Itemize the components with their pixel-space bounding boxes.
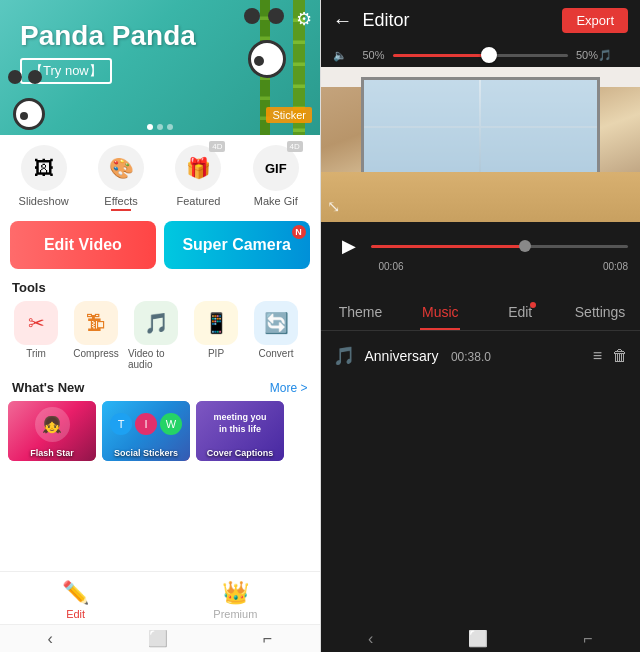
featured-label: Featured [176, 195, 220, 207]
export-button[interactable]: Export [562, 8, 628, 33]
edit-tab-dot [530, 302, 536, 308]
volume-right-value: 50% [576, 49, 598, 61]
window-pane [364, 128, 480, 174]
playback-row: ▶ 00:06 00:08 [321, 222, 641, 266]
volume-left-value: 50% [363, 49, 385, 61]
volume-slider[interactable] [393, 45, 568, 65]
banner-dots [147, 124, 173, 130]
system-bar-left: ‹ ⬜ ⌐ [0, 624, 320, 652]
more-link[interactable]: More > [270, 381, 308, 395]
editor-back-button[interactable]: ← [333, 9, 353, 32]
music-duration: 00:38.0 [451, 350, 491, 364]
audio-label: Video to audio [128, 348, 184, 370]
gif-badge: 4D [287, 141, 303, 152]
quick-item-effects[interactable]: 🎨 Effects [86, 145, 156, 211]
tool-trim[interactable]: ✂ Trim [8, 301, 64, 370]
effects-icon-wrap: 🎨 [98, 145, 144, 191]
timeline[interactable]: 00:06 00:08 [371, 236, 629, 256]
room-floor [321, 172, 641, 222]
panda-right [240, 8, 295, 78]
whats-new-header: What's New More > [0, 376, 320, 399]
banner: ⚙ Panda Panda 【Try now】 Sticker [0, 0, 320, 135]
editor-title: Editor [363, 10, 563, 31]
fullscreen-icon[interactable]: ⤡ [327, 197, 340, 216]
system-bar-right: ‹ ⬜ ⌐ [321, 625, 641, 652]
window-pane [481, 128, 597, 174]
settings-icon[interactable]: ⚙ [296, 8, 312, 30]
thumb-flash-star[interactable]: 👧 Flash Star [8, 401, 96, 461]
music-note-icon: 🎵 [333, 345, 355, 367]
recent-button-right[interactable]: ⌐ [583, 630, 592, 648]
tab-theme[interactable]: Theme [321, 294, 401, 330]
edit-nav-label: Edit [66, 608, 85, 620]
new-badge: N [292, 225, 306, 239]
spacer [321, 266, 641, 286]
play-button[interactable]: ▶ [333, 230, 365, 262]
volume-right-icon: 🎵 [598, 49, 628, 62]
music-item[interactable]: 🎵 Anniversary 00:38.0 ≡ 🗑 [321, 335, 641, 377]
tab-edit[interactable]: Edit [480, 294, 560, 330]
volume-thumb[interactable] [481, 47, 497, 63]
featured-icon: 🎁 [186, 156, 211, 180]
tool-compress[interactable]: 🗜 Compress [68, 301, 124, 370]
banner-sticker[interactable]: Sticker [266, 107, 312, 123]
gif-icon-wrap: GIF 4D [253, 145, 299, 191]
panda-left [8, 70, 58, 130]
tab-music[interactable]: Music [400, 294, 480, 330]
recent-button-left[interactable]: ⌐ [263, 630, 272, 648]
volume-row: 🔈 50% 50% 🎵 [321, 41, 641, 67]
music-name: Anniversary [365, 348, 439, 364]
tool-convert[interactable]: 🔄 Convert [248, 301, 304, 370]
super-camera-button[interactable]: Super Camera N [164, 221, 310, 269]
editor-header: ← Editor Export [321, 0, 641, 41]
thumb-cover-label: Cover Captions [196, 448, 284, 458]
timeline-thumb[interactable] [519, 240, 531, 252]
banner-title: Panda Panda [20, 20, 196, 52]
slideshow-label: Slideshow [19, 195, 69, 207]
tab-settings[interactable]: Settings [560, 294, 640, 330]
music-delete-icon[interactable]: 🗑 [612, 347, 628, 365]
back-button-right[interactable]: ‹ [368, 630, 373, 648]
convert-icon: 🔄 [254, 301, 298, 345]
quick-item-slideshow[interactable]: 🖼 Slideshow [9, 145, 79, 211]
featured-icon-wrap: 🎁 4D [175, 145, 221, 191]
pip-icon: 📱 [194, 301, 238, 345]
tools-title: Tools [0, 274, 320, 299]
effects-label: Effects [104, 195, 137, 207]
home-button-right[interactable]: ⬜ [468, 629, 488, 648]
video-preview: ⤡ [321, 67, 641, 222]
time-end: 00:08 [603, 261, 628, 272]
music-list-icon[interactable]: ≡ [593, 347, 602, 365]
featured-badge: 4D [209, 141, 225, 152]
window-pane [364, 80, 480, 126]
slideshow-icon: 🖼 [34, 157, 54, 180]
gif-label: Make Gif [254, 195, 298, 207]
premium-nav-icon: 👑 [222, 580, 249, 606]
effects-icon: 🎨 [109, 156, 134, 180]
music-info: Anniversary 00:38.0 [365, 347, 593, 365]
premium-nav-label: Premium [213, 608, 257, 620]
compress-icon: 🗜 [74, 301, 118, 345]
thumb-social-label: Social Stickers [102, 448, 190, 458]
home-button-left[interactable]: ⬜ [148, 629, 168, 648]
edit-video-button[interactable]: Edit Video [10, 221, 156, 269]
back-button-left[interactable]: ‹ [47, 630, 52, 648]
bottom-nav: ✏️ Edit 👑 Premium [0, 571, 320, 624]
slideshow-icon-wrap: 🖼 [21, 145, 67, 191]
thumb-flash-label: Flash Star [8, 448, 96, 458]
edit-row: Edit Video Super Camera N [0, 216, 320, 274]
thumb-social-stickers[interactable]: T I W Social Stickers [102, 401, 190, 461]
music-actions: ≡ 🗑 [593, 347, 628, 365]
tool-video-audio[interactable]: 🎵 Video to audio [128, 301, 184, 370]
thumb-cover-captions[interactable]: meeting youin this life Cover Captions [196, 401, 284, 461]
quick-item-gif[interactable]: GIF 4D Make Gif [241, 145, 311, 211]
gif-icon: GIF [265, 161, 287, 176]
quick-item-featured[interactable]: 🎁 4D Featured [163, 145, 233, 211]
tool-pip[interactable]: 📱 PIP [188, 301, 244, 370]
nav-premium[interactable]: 👑 Premium [193, 578, 277, 622]
editor-tabs: Theme Music Edit Settings [321, 294, 641, 331]
nav-edit[interactable]: ✏️ Edit [42, 578, 109, 622]
effects-underline [111, 209, 131, 211]
pip-label: PIP [208, 348, 224, 359]
trim-icon: ✂ [14, 301, 58, 345]
